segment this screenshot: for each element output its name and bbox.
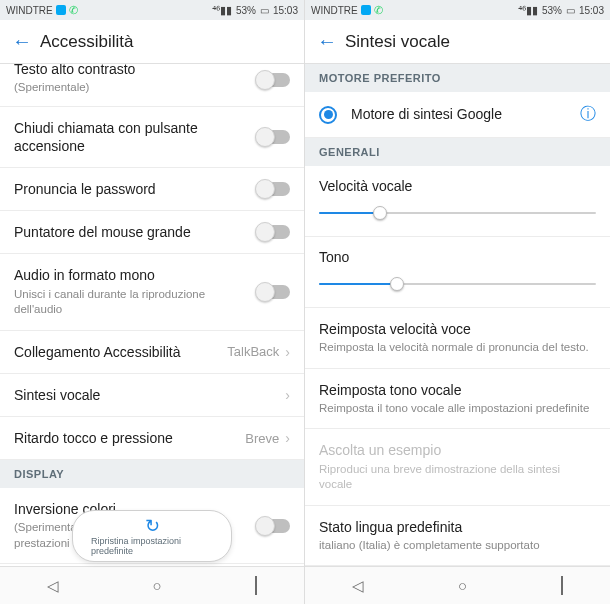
battery-percent: 53% <box>542 5 562 16</box>
status-bar: WINDTRE ✆ ⁴⁶▮▮ 53% ▭ 15:03 <box>0 0 304 20</box>
row-subtitle: Reimposta la velocità normale di pronunc… <box>319 340 596 356</box>
carrier: WINDTRE <box>6 5 53 16</box>
row-lang-status[interactable]: Stato lingua predefinita italiano (Itali… <box>305 506 610 566</box>
chevron-right-icon: › <box>285 387 290 403</box>
row-big-pointer[interactable]: Puntatore del mouse grande <box>0 211 304 254</box>
slider-thumb[interactable] <box>373 206 387 220</box>
row-title: Ascolta un esempio <box>319 441 596 459</box>
app-icon <box>56 5 66 15</box>
slider-speech-rate[interactable] <box>319 204 596 222</box>
switch[interactable] <box>256 519 290 533</box>
row-title: Motore di sintesi Google <box>351 105 572 123</box>
switch[interactable] <box>256 285 290 299</box>
section-general: GENERALI <box>305 138 610 166</box>
section-display: DISPLAY <box>0 460 304 488</box>
battery-icon: ▭ <box>260 5 269 16</box>
row-mono-audio[interactable]: Audio in formato mono Unisci i canali du… <box>0 254 304 330</box>
switch[interactable] <box>256 130 290 144</box>
row-title: Reimposta tono vocale <box>319 381 596 399</box>
section-engine: MOTORE PREFERITO <box>305 64 610 92</box>
row-title: Chiudi chiamata con pulsante accensione <box>14 119 248 155</box>
row-tts[interactable]: Sintesi vocale › <box>0 374 304 417</box>
nav-home[interactable]: ○ <box>442 571 483 600</box>
nav-back[interactable]: ◁ <box>31 571 75 601</box>
back-button[interactable]: ← <box>313 24 345 59</box>
row-title: Audio in formato mono <box>14 266 248 284</box>
switch[interactable] <box>256 182 290 196</box>
settings-list: Testo alto contrasto (Sperimentale) Chiu… <box>0 64 304 566</box>
status-bar: WINDTRE ✆ ⁴⁶▮▮ 53% ▭ 15:03 <box>305 0 610 20</box>
row-end-call[interactable]: Chiudi chiamata con pulsante accensione <box>0 107 304 168</box>
row-speak-passwords[interactable]: Pronuncia le password <box>0 168 304 211</box>
row-title: Testo alto contrasto <box>14 64 248 78</box>
carrier: WINDTRE <box>311 5 358 16</box>
switch[interactable] <box>256 73 290 87</box>
clock: 15:03 <box>273 5 298 16</box>
page-title: Accessibilità <box>40 32 134 52</box>
row-high-contrast[interactable]: Testo alto contrasto (Sperimentale) <box>0 64 304 107</box>
row-title: Pronuncia le password <box>14 180 248 198</box>
row-subtitle: Reimposta il tono vocale alle impostazio… <box>319 401 596 417</box>
row-subtitle: (Sperimentale) <box>14 80 248 96</box>
slider-thumb[interactable] <box>390 277 404 291</box>
row-reset-pitch[interactable]: Reimposta tono vocale Reimposta il tono … <box>305 369 610 430</box>
whatsapp-icon: ✆ <box>69 4 78 17</box>
whatsapp-icon: ✆ <box>374 4 383 17</box>
nav-back[interactable]: ◁ <box>336 571 380 601</box>
row-value: TalkBack <box>227 344 279 359</box>
row-title: Puntatore del mouse grande <box>14 223 248 241</box>
row-title: Ritardo tocco e pressione <box>14 429 237 447</box>
chevron-right-icon: › <box>285 344 290 360</box>
reset-label: Ripristina impostazioni predefinite <box>91 536 213 556</box>
slider-pitch[interactable] <box>319 275 596 293</box>
row-title: Stato lingua predefinita <box>319 518 596 536</box>
reset-icon: ↻ <box>145 517 160 535</box>
row-title: Sintesi vocale <box>14 386 279 404</box>
row-reset-rate[interactable]: Reimposta velocità voce Reimposta la vel… <box>305 308 610 369</box>
row-example: Ascolta un esempio Riproduci una breve d… <box>305 429 610 505</box>
app-icon <box>361 5 371 15</box>
row-subtitle: italiano (Italia) è completamente suppor… <box>319 538 596 554</box>
row-pitch: Tono <box>305 237 610 308</box>
clock: 15:03 <box>579 5 604 16</box>
chevron-right-icon: › <box>285 430 290 446</box>
switch[interactable] <box>256 225 290 239</box>
nav-home[interactable]: ○ <box>136 571 177 600</box>
nav-bar: ◁ ○ <box>0 566 304 604</box>
nav-bar: ◁ ○ <box>305 566 610 604</box>
battery-percent: 53% <box>236 5 256 16</box>
row-speech-rate: Velocità vocale <box>305 166 610 237</box>
reset-defaults-button[interactable]: ↻ Ripristina impostazioni predefinite <box>72 510 232 562</box>
page-title: Sintesi vocale <box>345 32 450 52</box>
row-title: Reimposta velocità voce <box>319 320 596 338</box>
nav-recent[interactable] <box>239 571 273 600</box>
row-value: Breve <box>245 431 279 446</box>
nav-recent[interactable] <box>545 571 579 600</box>
row-title: Velocità vocale <box>319 178 596 194</box>
app-bar: ← Accessibilità <box>0 20 304 64</box>
row-touch-hold[interactable]: Ritardo tocco e pressione Breve › <box>0 417 304 460</box>
info-icon[interactable]: ⓘ <box>580 104 596 125</box>
row-a11y-shortcut[interactable]: Collegamento Accessibilità TalkBack › <box>0 331 304 374</box>
row-title: Tono <box>319 249 596 265</box>
signal-icon: ⁴⁶▮▮ <box>212 5 232 16</box>
app-bar: ← Sintesi vocale <box>305 20 610 64</box>
row-engine[interactable]: Motore di sintesi Google ⓘ <box>305 92 610 138</box>
radio-selected[interactable] <box>319 106 337 124</box>
tts-list: MOTORE PREFERITO Motore di sintesi Googl… <box>305 64 610 566</box>
row-subtitle: Unisci i canali durante la riproduzione … <box>14 287 248 318</box>
row-subtitle: Riproduci una breve dimostrazione della … <box>319 462 596 493</box>
signal-icon: ⁴⁶▮▮ <box>518 5 538 16</box>
battery-icon: ▭ <box>566 5 575 16</box>
back-button[interactable]: ← <box>8 24 40 59</box>
row-title: Collegamento Accessibilità <box>14 343 219 361</box>
